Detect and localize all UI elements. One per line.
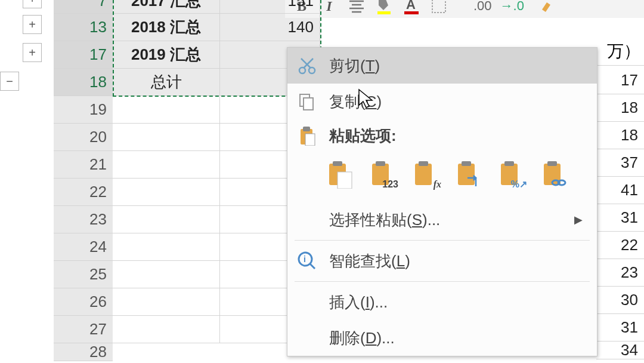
outline-collapse-button[interactable]: − [0, 72, 19, 91]
mini-toolbar: B I A .00 →.0 [285, 0, 644, 18]
cell[interactable] [113, 206, 220, 233]
cell[interactable]: 2019 汇总 [113, 41, 220, 69]
svg-rect-27 [504, 161, 514, 166]
cell[interactable]: 17 [596, 67, 644, 94]
paste-option-values[interactable]: 123 [366, 158, 400, 191]
row-header[interactable]: 17 [54, 41, 113, 69]
svg-rect-22 [415, 164, 432, 185]
paste-values-badge: 123 [382, 179, 398, 190]
cell[interactable]: 140 [220, 14, 320, 41]
cell[interactable] [113, 261, 220, 288]
menu-smart-lookup[interactable]: i 智能查找(L) [287, 243, 597, 279]
row-header[interactable]: 23 [54, 206, 113, 233]
outline-expand-button[interactable]: + [23, 15, 42, 34]
row-header[interactable]: 19 [54, 96, 113, 124]
increase-decimal-button[interactable]: .00 [473, 0, 492, 14]
menu-copy[interactable]: 复制(C) [287, 84, 597, 119]
cell[interactable]: 31 [596, 204, 644, 232]
cell[interactable]: 18 [596, 94, 644, 122]
svg-rect-13 [304, 98, 313, 110]
svg-rect-18 [333, 161, 342, 166]
cell[interactable] [113, 288, 220, 316]
info-search-icon: i [293, 247, 321, 275]
cell[interactable]: 22 [596, 232, 644, 259]
right-data-column: 17 18 18 37 41 31 22 23 30 31 34 [596, 67, 644, 359]
copy-icon [293, 88, 321, 115]
decrease-decimal-button[interactable]: →.0 [500, 0, 524, 14]
menu-insert[interactable]: 插入(I)... [287, 284, 597, 320]
cell[interactable] [113, 151, 220, 179]
row-header[interactable]: 13 [54, 14, 113, 41]
cell[interactable]: 总计 [113, 69, 220, 96]
font-color-button[interactable]: A [401, 0, 422, 17]
context-menu: 剪切(T) 复制(C) 粘贴选项: 123 fx %↗ [287, 47, 597, 356]
svg-rect-21 [376, 161, 385, 166]
svg-line-33 [310, 264, 315, 269]
table-row[interactable]: 2017 汇总 151 [113, 0, 320, 14]
row-header[interactable]: 7 [54, 0, 113, 14]
row-header[interactable]: 20 [54, 124, 113, 151]
cell[interactable]: 151 [220, 0, 320, 14]
paste-option-link[interactable] [538, 158, 571, 191]
paste-pct-badge: %↗ [511, 179, 527, 190]
cell[interactable]: 30 [596, 287, 644, 314]
cell[interactable]: 31 [596, 314, 644, 342]
row-header[interactable]: 25 [54, 261, 113, 288]
row-header[interactable]: 24 [54, 233, 113, 261]
scissors-icon [293, 52, 321, 79]
svg-rect-4 [377, 11, 391, 14]
align-button[interactable] [346, 0, 367, 17]
cell[interactable] [113, 316, 220, 343]
row-header[interactable]: 28 [54, 343, 113, 361]
cell[interactable] [113, 124, 220, 151]
paste-fx-badge: fx [434, 179, 441, 190]
cell[interactable] [113, 179, 220, 206]
svg-rect-19 [338, 172, 352, 189]
menu-label: 剪切(T) [329, 56, 597, 76]
cell[interactable]: 2017 汇总 [113, 0, 220, 14]
menu-label: 插入(I)... [329, 292, 597, 313]
italic-button[interactable]: I [318, 0, 340, 17]
menu-cut[interactable]: 剪切(T) [287, 48, 597, 84]
paste-option-default[interactable] [323, 158, 357, 191]
row-header[interactable]: 21 [54, 151, 113, 179]
svg-point-9 [309, 67, 315, 73]
cell[interactable]: 18 [596, 122, 644, 149]
row-header[interactable]: 22 [54, 179, 113, 206]
cell[interactable]: 34 [596, 342, 644, 359]
outline-expand-button[interactable]: + [23, 43, 42, 62]
cell[interactable]: 2018 汇总 [113, 14, 220, 41]
chevron-right-icon: ▶ [574, 213, 583, 226]
cell[interactable] [113, 96, 220, 124]
paste-option-formulas[interactable]: fx [409, 158, 442, 191]
cell[interactable] [113, 233, 220, 261]
svg-rect-25 [462, 161, 471, 166]
menu-label: 智能查找(L) [329, 251, 597, 272]
font-color-icon: A [402, 0, 420, 15]
svg-rect-23 [419, 161, 428, 166]
highlight-button[interactable] [373, 0, 395, 17]
paste-option-formatting[interactable]: %↗ [495, 158, 528, 191]
borders-button[interactable] [428, 0, 450, 17]
svg-rect-6 [404, 11, 419, 14]
cell[interactable]: 37 [596, 149, 644, 177]
svg-rect-29 [547, 161, 557, 166]
row-header[interactable]: 27 [54, 316, 113, 343]
table-row[interactable]: 2018 汇总 140 [113, 14, 320, 41]
svg-rect-16 [305, 134, 315, 146]
highlight-icon [375, 0, 393, 15]
menu-paste-options-header: 粘贴选项: [287, 119, 597, 152]
cell[interactable]: 23 [596, 259, 644, 287]
outline-expand-button[interactable]: + [23, 0, 42, 8]
svg-point-8 [299, 67, 305, 73]
menu-delete[interactable]: 删除(D)... [287, 320, 597, 356]
menu-label: 选择性粘贴(S)... [329, 210, 597, 230]
menu-paste-special[interactable]: 选择性粘贴(S)... ▶ [287, 202, 597, 238]
cell[interactable]: 41 [596, 177, 644, 204]
border-icon [431, 0, 447, 14]
row-header[interactable]: 26 [54, 288, 113, 316]
paste-option-transpose[interactable] [452, 158, 485, 191]
format-painter-button[interactable] [536, 0, 558, 17]
row-header[interactable]: 18 [54, 69, 113, 96]
paste-options-row: 123 fx %↗ [287, 152, 597, 202]
